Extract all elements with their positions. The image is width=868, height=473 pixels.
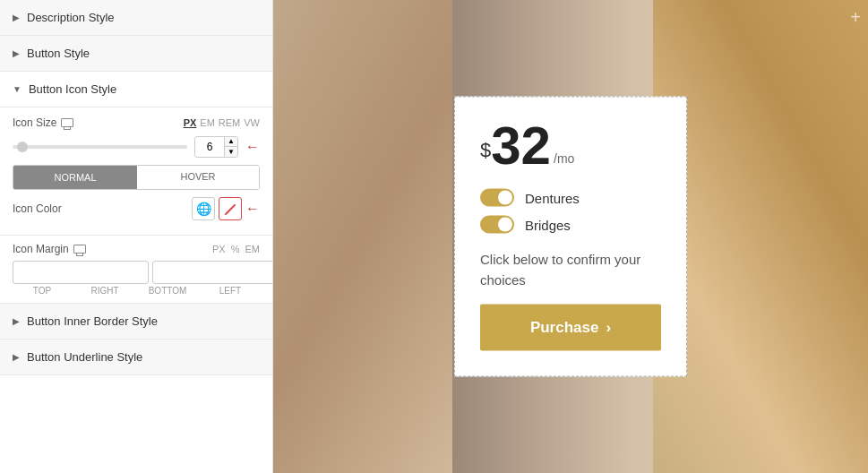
purchase-button[interactable]: Purchase › <box>480 305 661 351</box>
section-button-icon-style[interactable]: ▼ Button Icon Style <box>0 72 272 108</box>
section-button-icon-style-label: Button Icon Style <box>29 82 116 96</box>
icon-size-label: Icon Size <box>13 116 73 129</box>
dentures-toggle[interactable] <box>480 189 514 207</box>
price-unit: /mo <box>554 151 574 166</box>
unit-rem[interactable]: REM <box>219 117 240 128</box>
chevron-right-icon-inner: ▶ <box>13 316 20 326</box>
section-button-underline-style[interactable]: ▶ Button Underline Style <box>0 340 272 375</box>
chevron-right-icon-underline: ▶ <box>13 352 20 362</box>
red-arrow-icon: ← <box>245 139 260 155</box>
state-tabs: NORMAL HOVER <box>13 165 260 190</box>
margin-top-input[interactable] <box>13 261 149 284</box>
icon-size-stepper: ▲ ▼ <box>224 137 237 157</box>
dentures-toggle-row: Dentures <box>480 189 661 207</box>
diagonal-line-icon <box>223 202 237 216</box>
margin-left-label: LEFT <box>201 286 260 296</box>
margin-right-input[interactable] <box>152 261 273 284</box>
chevron-right-icon: ▶ <box>13 13 20 22</box>
bridges-toggle-row: Bridges <box>480 216 661 234</box>
unit-tabs: PX EM REM VW <box>184 117 260 128</box>
color-controls: 🌐 ← <box>192 197 260 220</box>
section-button-style[interactable]: ▶ Button Style <box>0 36 272 72</box>
icon-size-section: Icon Size PX EM REM VW 6 ▲ ▼ ← <box>0 108 272 236</box>
icon-size-slider-row: 6 ▲ ▼ ← <box>13 136 260 158</box>
margin-unit-px[interactable]: PX <box>212 244 226 254</box>
red-arrow-color-icon: ← <box>245 201 260 217</box>
dollar-sign: $ <box>480 139 491 162</box>
bridges-toggle[interactable] <box>480 216 514 234</box>
price-row: $ 32 /mo <box>480 119 661 173</box>
unit-px[interactable]: PX <box>184 117 197 128</box>
margin-inputs <box>13 261 260 284</box>
margin-labels: TOP RIGHT BOTTOM LEFT <box>13 286 260 296</box>
icon-color-label: Icon Color <box>13 202 62 215</box>
plus-icon[interactable]: + <box>850 7 861 28</box>
monitor-icon <box>61 118 73 127</box>
margin-top-label: TOP <box>13 286 72 296</box>
icon-margin-label: Icon Margin <box>13 243 86 255</box>
globe-button[interactable]: 🌐 <box>192 197 215 220</box>
margin-label-row: Icon Margin PX % EM <box>13 243 260 255</box>
margin-unit-tabs: PX % EM <box>212 244 260 254</box>
price-amount: 32 <box>491 119 551 173</box>
bridges-label: Bridges <box>525 217 571 232</box>
chevron-down-icon: ▼ <box>13 84 21 94</box>
icon-color-row: Icon Color 🌐 ← <box>13 197 260 220</box>
margin-unit-pct[interactable]: % <box>231 244 240 254</box>
bg-left-person <box>273 0 452 473</box>
dentures-label: Dentures <box>525 190 580 205</box>
section-button-underline-label: Button Underline Style <box>27 350 142 364</box>
icon-margin-section: Icon Margin PX % EM TOP RIGHT BOTTOM LEF… <box>0 236 272 304</box>
pricing-card: $ 32 /mo Dentures Bridges Click below to… <box>454 97 687 377</box>
icon-size-slider-thumb[interactable] <box>17 142 28 152</box>
color-swatch-button[interactable] <box>219 197 242 220</box>
icon-size-decrement[interactable]: ▼ <box>225 147 237 157</box>
section-button-style-label: Button Style <box>27 47 90 60</box>
confirm-text: Click below to confirm your choices <box>480 250 661 290</box>
margin-bottom-label: BOTTOM <box>138 286 197 296</box>
purchase-button-label: Purchase <box>530 319 599 337</box>
margin-unit-em[interactable]: EM <box>245 244 261 254</box>
right-panel: $ 32 /mo Dentures Bridges Click below to… <box>273 0 868 473</box>
section-button-inner-border-style[interactable]: ▶ Button Inner Border Style <box>0 304 272 340</box>
icon-size-row: Icon Size PX EM REM VW <box>13 116 260 129</box>
dentures-toggle-knob <box>498 191 512 205</box>
state-normal-tab[interactable]: NORMAL <box>13 166 137 189</box>
margin-right-label: RIGHT <box>75 286 134 296</box>
bridges-toggle-knob <box>498 218 512 232</box>
icon-size-input[interactable]: 6 <box>195 138 224 156</box>
monitor-icon-margin <box>73 245 86 254</box>
unit-em[interactable]: EM <box>200 117 215 128</box>
state-hover-tab[interactable]: HOVER <box>137 166 259 189</box>
section-description-style[interactable]: ▶ Description Style <box>0 0 272 36</box>
section-description-style-label: Description Style <box>27 11 115 24</box>
chevron-right-icon: ▶ <box>13 48 20 58</box>
unit-vw[interactable]: VW <box>244 117 260 128</box>
left-panel: ▶ Description Style ▶ Button Style ▼ But… <box>0 0 273 473</box>
icon-size-increment[interactable]: ▲ <box>225 137 237 147</box>
section-button-inner-border-label: Button Inner Border Style <box>27 314 158 328</box>
icon-size-input-wrap: 6 ▲ ▼ <box>194 136 238 158</box>
purchase-arrow-icon: › <box>606 319 611 337</box>
icon-size-slider-track[interactable] <box>13 145 187 149</box>
